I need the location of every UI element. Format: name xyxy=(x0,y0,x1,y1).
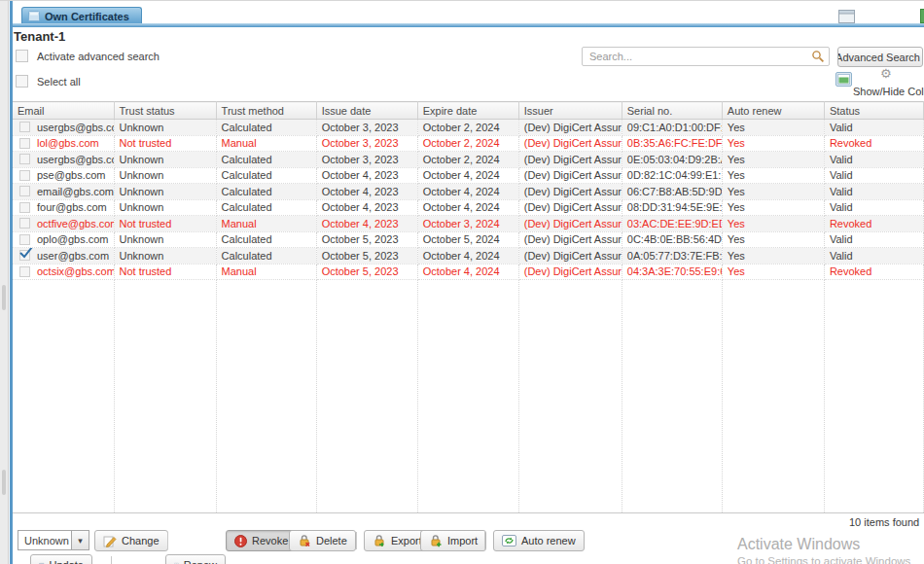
trust-status-select[interactable]: Unknown xyxy=(18,530,71,550)
trust-status-select-value: Unknown xyxy=(24,535,69,546)
delete-lock-icon xyxy=(298,534,311,547)
cell-trust-status: Unknown xyxy=(114,120,216,136)
row-checkbox[interactable] xyxy=(19,170,30,181)
change-button[interactable]: Change xyxy=(94,530,168,551)
cell-trust-status: Unknown xyxy=(114,184,216,200)
trust-status-select-arrow[interactable]: ▾ xyxy=(71,530,89,550)
show-hide-columns-icon[interactable] xyxy=(835,72,852,87)
cell-serial-no: 08:DD:31:94:5E:9E:92:3... xyxy=(622,199,722,216)
cell-trust-status: Unknown xyxy=(114,167,216,184)
window-layout-icon[interactable] xyxy=(838,10,855,23)
cell-issue-date: October 4, 2023 xyxy=(316,167,417,184)
cell-serial-no: 0A:05:77:D3:7E:FB:0E:1... xyxy=(622,248,722,264)
delete-button[interactable]: Delete xyxy=(289,530,356,551)
toolbar-separator xyxy=(356,532,357,549)
column-header-issuer[interactable]: Issuer xyxy=(518,102,622,120)
search-input[interactable] xyxy=(582,47,830,66)
cell-issue-date: October 5, 2023 xyxy=(316,231,417,248)
cell-serial-no: 09:C1:A0:D1:00:DF:4F:... xyxy=(622,120,722,136)
gear-icon[interactable]: ⚙ xyxy=(880,67,892,80)
dropdown-arrow-icon: ▾ xyxy=(78,536,83,546)
table-filler-cell xyxy=(622,280,722,513)
table-filler-cell xyxy=(722,280,824,513)
clipped-edge-icon[interactable] xyxy=(920,9,924,23)
row-checkbox[interactable] xyxy=(19,122,30,132)
table-filler-cell xyxy=(316,280,417,513)
export-label: Export xyxy=(391,535,422,546)
tab-own-certificates[interactable]: Own Certificates xyxy=(21,7,142,24)
cell-status: Valid xyxy=(824,199,923,216)
row-checkbox[interactable] xyxy=(19,234,30,245)
column-header-issue-date[interactable]: Issue date xyxy=(316,102,417,120)
tab-label: Own Certificates xyxy=(45,11,129,22)
cell-trust-method: Manual xyxy=(216,264,316,280)
column-header-trust-status[interactable]: Trust status xyxy=(114,102,216,120)
column-header-auto-renew[interactable]: Auto renew xyxy=(722,102,824,120)
column-header-serial-no[interactable]: Serial no. xyxy=(622,102,722,120)
import-button[interactable]: Import xyxy=(420,530,486,551)
cell-issuer: (Dev) DigiCert Assured I... xyxy=(518,199,622,216)
table-row[interactable]: user@gbs.com Unknown Calculated October … xyxy=(13,248,924,264)
auto-renew-button[interactable]: Auto renew xyxy=(493,530,585,551)
table-row[interactable]: oplo@gbs.com Unknown Calculated October … xyxy=(13,231,924,248)
cell-expire-date: October 4, 2024 xyxy=(417,199,518,216)
row-checkbox[interactable] xyxy=(19,202,30,213)
renew-button[interactable]: Renew xyxy=(165,554,226,564)
cell-email: four@gbs.com xyxy=(37,201,107,213)
cell-expire-date: October 2, 2024 xyxy=(417,120,518,136)
table-row[interactable]: lol@gbs.com Not trusted Manual October 3… xyxy=(13,135,924,152)
activate-advanced-search-label: Activate advanced search xyxy=(37,51,160,62)
splitter-grip[interactable] xyxy=(2,285,6,310)
activate-advanced-search-option[interactable]: Activate advanced search xyxy=(16,50,160,62)
cell-email: usergbs@gbs.com xyxy=(37,154,114,165)
cell-auto-renew: Yes xyxy=(722,120,824,136)
select-all-checkbox[interactable] xyxy=(16,75,28,88)
column-header-status[interactable]: Status xyxy=(824,102,923,120)
cell-auto-renew: Yes xyxy=(722,184,824,200)
select-all-option[interactable]: Select all xyxy=(16,75,81,88)
table-row[interactable]: octfive@gbs.com Not trusted Manual Octob… xyxy=(13,216,924,232)
row-checkbox[interactable] xyxy=(19,154,30,164)
activate-windows-watermark: Activate Windows xyxy=(737,536,860,553)
column-header-trust-method[interactable]: Trust method xyxy=(216,102,316,120)
cell-email: user@gbs.com xyxy=(37,250,109,262)
row-checkbox[interactable] xyxy=(19,186,30,196)
table-row[interactable]: pse@gbs.com Unknown Calculated October 4… xyxy=(13,167,924,184)
row-checkbox[interactable] xyxy=(19,218,30,229)
auto-renew-icon xyxy=(502,534,516,547)
column-header-expire-date[interactable]: Expire date xyxy=(417,102,518,120)
cell-expire-date: October 4, 2024 xyxy=(417,184,518,200)
row-checkbox[interactable] xyxy=(19,250,30,261)
activate-advanced-search-checkbox[interactable] xyxy=(16,50,28,62)
cell-serial-no: 0B:35:A6:FC:FE:DF:48:... xyxy=(622,135,722,152)
cell-serial-no: 0D:82:1C:04:99:E1:10:B... xyxy=(622,167,722,184)
cell-serial-no: 0E:05:03:04:D9:2B:AD:9... xyxy=(622,152,722,168)
table-row[interactable]: email@gbs.com Unknown Calculated October… xyxy=(13,184,924,200)
table-filler-cell xyxy=(417,280,518,513)
update-button[interactable]: Update xyxy=(30,554,92,564)
cell-issue-date: October 4, 2023 xyxy=(316,184,417,200)
edit-pencil-icon xyxy=(103,534,117,547)
import-lock-icon xyxy=(429,534,443,547)
column-header-email[interactable]: Email xyxy=(13,102,114,120)
sidebar-splitter[interactable] xyxy=(0,1,9,564)
select-all-label: Select all xyxy=(37,76,81,88)
activate-windows-watermark-subtext: Go to Settings to activate Windows xyxy=(737,555,910,564)
items-found-label: 10 items found xyxy=(849,516,919,528)
search-icon[interactable] xyxy=(811,50,825,63)
revoke-button[interactable]: Revoke xyxy=(226,530,297,551)
certificates-table: Email Trust status Trust method Issue da… xyxy=(13,101,924,513)
advanced-search-button[interactable]: Advanced Search xyxy=(837,47,923,67)
splitter-grip[interactable] xyxy=(2,470,6,495)
cell-issuer: (Dev) DigiCert Assured I... xyxy=(518,184,622,200)
table-row[interactable]: usergbs@gbs.com Unknown Calculated Octob… xyxy=(13,120,924,136)
table-row[interactable]: octsix@gbs.com Not trusted Manual Octobe… xyxy=(13,264,924,280)
advanced-search-label: Advanced Search xyxy=(837,52,920,63)
table-row[interactable]: usergbs@gbs.com Unknown Calculated Octob… xyxy=(13,152,924,168)
row-checkbox[interactable] xyxy=(19,266,30,277)
cell-trust-status: Not trusted xyxy=(114,264,216,280)
cell-serial-no: 06:C7:B8:AB:5D:9D:38:... xyxy=(622,184,722,200)
show-hide-columns-button[interactable]: Show/Hide Columns xyxy=(853,86,924,97)
row-checkbox[interactable] xyxy=(19,138,30,149)
table-row[interactable]: four@gbs.com Unknown Calculated October … xyxy=(13,199,924,216)
